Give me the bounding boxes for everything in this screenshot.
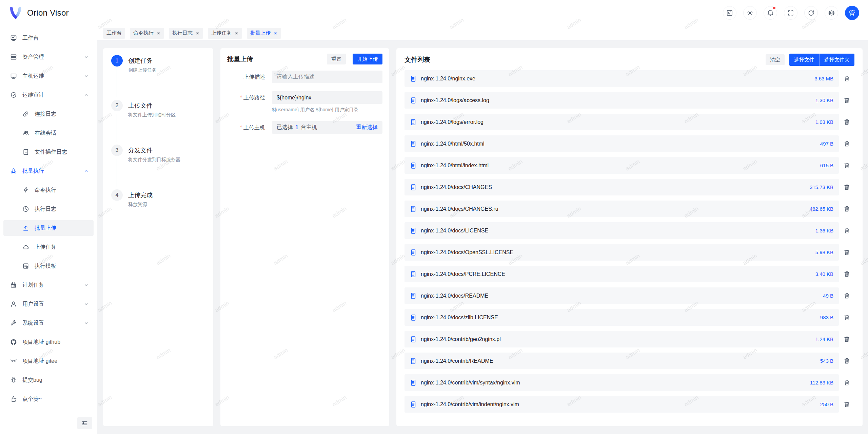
sidebar-item-github[interactable]: 项目地址 github (3, 334, 94, 350)
file-name: nginx-1.24.0/docs/CHANGES.ru (421, 206, 805, 212)
sidebar-item-file-op-log[interactable]: 文件操作日志 (3, 144, 94, 160)
settings-gear-icon[interactable] (825, 6, 838, 20)
sidebar-item-exec-log[interactable]: 执行日志 (3, 201, 94, 217)
sidebar-item-exec-template[interactable]: 执行模板 (3, 258, 94, 274)
upload-icon (22, 225, 29, 231)
upload-path-label: 上传路径 (227, 91, 265, 113)
sidebar-item-system-settings[interactable]: 系统设置 (3, 315, 94, 331)
sidebar-item-batch-exec[interactable]: 批量执行 (3, 163, 94, 179)
start-upload-button[interactable]: 开始上传 (353, 54, 382, 64)
refresh-icon[interactable] (804, 6, 818, 20)
delete-file-button[interactable] (839, 222, 854, 239)
sidebar-item-upload-tasks[interactable]: 上传任务 (3, 239, 94, 255)
user-avatar[interactable]: 管 (845, 6, 859, 20)
sidebar-item-batch-upload[interactable]: 批量上传 (3, 220, 94, 236)
file-list-title: 文件列表 (405, 55, 430, 64)
notifications-bell-icon[interactable] (764, 6, 777, 20)
close-icon[interactable] (234, 31, 239, 35)
file-size: 250 B (820, 401, 833, 407)
select-folder-button[interactable]: 选择文件夹 (819, 54, 854, 66)
file-name: nginx-1.24.0/docs/CHANGES (421, 184, 805, 190)
file-name: nginx-1.24.0/contrib/README (421, 358, 815, 364)
file-icon (410, 97, 417, 104)
sidebar-item-report-bug[interactable]: 提交bug (3, 372, 94, 388)
sidebar-item-assets[interactable]: 资产管理 (3, 49, 94, 65)
delete-file-button[interactable] (839, 244, 854, 261)
step-title: 创建任务 (128, 55, 157, 67)
file-name: nginx-1.24.0/logs/error.log (421, 119, 811, 125)
reset-button[interactable]: 重置 (327, 54, 346, 64)
upload-description-input[interactable]: 请输入上传描述 (272, 71, 382, 83)
code-icon[interactable] (723, 6, 736, 20)
reselect-hosts-link[interactable]: 重新选择 (356, 124, 378, 131)
step-number: 4 (111, 189, 123, 201)
delete-file-button[interactable] (839, 396, 854, 413)
file-list-item: nginx-1.24.0/docs/CHANGES.ru 482.65 KB (405, 201, 854, 217)
tab-workbench[interactable]: 工作台 (103, 28, 125, 39)
close-icon[interactable] (195, 31, 200, 35)
file-name: nginx-1.24.0/nginx.exe (421, 76, 810, 82)
file-list-item: nginx-1.24.0/logs/error.log 1.03 KB (405, 114, 854, 130)
sidebar-item-online-sessions[interactable]: 在线会话 (3, 125, 94, 141)
delete-file-button[interactable] (839, 70, 854, 87)
delete-file-button[interactable] (839, 92, 854, 109)
delete-file-button[interactable] (839, 114, 854, 130)
fullscreen-icon[interactable] (784, 6, 797, 20)
file-size: 1.30 KB (815, 97, 833, 103)
sidebar-collapse-button[interactable] (77, 417, 92, 429)
file-name: nginx-1.24.0/docs/README (421, 293, 818, 299)
app-title: Orion Visor (27, 8, 69, 18)
delete-file-button[interactable] (839, 353, 854, 369)
sidebar-item-host-ops[interactable]: 主机运维 (3, 68, 94, 84)
desktop-icon (10, 35, 17, 41)
delete-file-button[interactable] (839, 374, 854, 391)
select-file-button[interactable]: 选择文件 (789, 54, 819, 66)
delete-file-button[interactable] (839, 135, 854, 152)
sidebar-item-label: 文件操作日志 (35, 149, 67, 156)
delete-file-button[interactable] (839, 179, 854, 195)
sidebar-item-command-exec[interactable]: 命令执行 (3, 182, 94, 198)
step-number: 1 (111, 55, 123, 67)
tab-upload-tasks[interactable]: 上传任务 (208, 28, 242, 39)
upload-path-input[interactable]: ${home}/nginx (272, 91, 382, 104)
sidebar-item-user-settings[interactable]: 用户设置 (3, 296, 94, 312)
sidebar-item-connect-log[interactable]: 连接日志 (3, 106, 94, 122)
close-icon[interactable] (156, 31, 161, 35)
tab-command-exec[interactable]: 命令执行 (130, 28, 164, 39)
sidebar-item-workbench[interactable]: 工作台 (3, 30, 94, 46)
file-name: nginx-1.24.0/contrib/vim/syntax/nginx.vi… (421, 380, 805, 386)
file-list-item: nginx-1.24.0/docs/zlib.LICENSE 983 B (405, 309, 854, 326)
bug-icon (10, 377, 17, 383)
sidebar-item-label: 命令执行 (35, 187, 56, 194)
file-name: nginx-1.24.0/logs/access.log (421, 97, 811, 103)
chevron-down-icon (83, 73, 89, 79)
delete-file-button[interactable] (839, 266, 854, 282)
delete-file-button[interactable] (839, 331, 854, 347)
template-icon (22, 263, 29, 269)
step-connector (117, 114, 117, 142)
sidebar-item-label: 连接日志 (35, 111, 56, 118)
file-icon (410, 379, 417, 386)
sidebar-item-gitee[interactable]: 项目地址 gitee (3, 353, 94, 369)
clear-files-button[interactable]: 清空 (766, 54, 785, 65)
theme-brightness-icon[interactable] (743, 6, 757, 20)
delete-file-button[interactable] (839, 287, 854, 304)
sidebar-item-label: 工作台 (22, 35, 39, 42)
chevron-up-icon (83, 168, 89, 174)
user-group-icon (22, 130, 29, 136)
close-icon[interactable] (273, 31, 278, 35)
sidebar-item-audit[interactable]: 运维审计 (3, 87, 94, 103)
tab-batch-upload[interactable]: 批量上传 (247, 28, 281, 39)
file-name: nginx-1.24.0/html/index.html (421, 163, 815, 169)
delete-file-button[interactable] (839, 201, 854, 217)
delete-file-button[interactable] (839, 309, 854, 326)
sidebar-item-label: 运维审计 (22, 92, 44, 99)
gitee-icon (10, 358, 17, 364)
delete-file-button[interactable] (839, 157, 854, 174)
tab-exec-log[interactable]: 执行日志 (169, 28, 203, 39)
sidebar-item-scheduled-tasks[interactable]: 计划任务 (3, 277, 94, 293)
sidebar-item-label: 用户设置 (22, 301, 44, 308)
sidebar-item-label: 执行模板 (35, 263, 56, 270)
sidebar-item-label: 执行日志 (35, 206, 56, 213)
sidebar-item-like[interactable]: 点个赞~ (3, 391, 94, 407)
